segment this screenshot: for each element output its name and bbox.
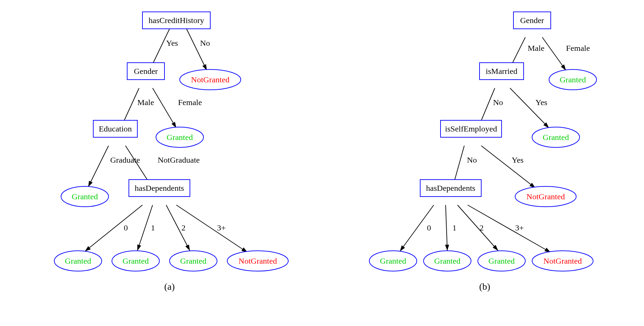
edge-label: 1 (151, 223, 155, 232)
edge (457, 205, 498, 251)
leaf-label: Granted (72, 192, 98, 201)
node-label: isMarried (486, 67, 518, 76)
edge (85, 205, 142, 251)
caption-a: (a) (164, 281, 175, 292)
leaf-label: Granted (543, 133, 569, 142)
leaf-label: NotGranted (191, 75, 229, 84)
edge-label: 1 (452, 223, 456, 232)
leaf-label: Granted (65, 257, 91, 265)
node-label: Gender (134, 67, 158, 76)
edge (481, 146, 535, 188)
edge-label: Yes (166, 39, 178, 47)
leaf-label: Granted (380, 257, 406, 265)
tree-b-wrapper: MaleFemaleNoYesNoYes0123+GenderisMarried… (366, 7, 603, 292)
edge-label: Yes (512, 156, 524, 164)
node-label: Education (99, 124, 132, 133)
edge (153, 88, 176, 128)
node-label: Gender (520, 16, 544, 25)
edge-label: 3+ (515, 223, 524, 232)
decision-tree-a: YesNoMaleFemaleGraduateNotGraduate0123+h… (41, 7, 298, 278)
edge-label: Yes (535, 98, 547, 107)
edge-label: No (493, 98, 503, 107)
diagram-container: YesNoMaleFemaleGraduateNotGraduate0123+h… (7, 7, 637, 292)
edge (510, 88, 549, 128)
edge (187, 29, 207, 70)
leaf-label: Granted (489, 257, 515, 265)
edge (446, 205, 447, 251)
leaf-label: Granted (180, 257, 206, 265)
edge-label: Female (178, 98, 202, 107)
edge-label: 0 (427, 223, 431, 232)
leaf-label: Granted (434, 257, 461, 265)
leaf-label: NotGranted (527, 192, 565, 201)
node-label: hasDependents (426, 184, 475, 192)
leaf-label: NotGranted (238, 257, 277, 265)
leaf-label: NotGranted (544, 257, 582, 265)
node-label: hasDependents (135, 184, 184, 192)
edge-label: 2 (480, 223, 484, 232)
node-label: hasCreditHistory (149, 16, 204, 25)
edge (137, 205, 153, 251)
edge (542, 37, 566, 70)
edge-label: NotGraduate (158, 156, 200, 164)
caption-b: (b) (479, 281, 490, 292)
edge (88, 146, 109, 187)
edge-label: No (200, 39, 210, 47)
edge-label: Graduate (110, 156, 140, 164)
edge-label: 2 (181, 223, 186, 232)
edge-label: Male (528, 44, 544, 53)
leaf-label: Granted (122, 257, 149, 265)
edge-label: 3+ (217, 223, 226, 232)
edge-label: Male (137, 98, 154, 107)
edge-label: No (467, 156, 477, 164)
leaf-label: Granted (560, 75, 586, 84)
leaf-label: Granted (167, 133, 193, 142)
decision-tree-b: MaleFemaleNoYesNoYes0123+GenderisMarried… (366, 7, 603, 278)
tree-a-wrapper: YesNoMaleFemaleGraduateNotGraduate0123+h… (41, 7, 298, 292)
node-label: isSelfEmployed (445, 124, 497, 133)
edge-label: 0 (124, 223, 128, 232)
edge-label: Female (566, 44, 590, 53)
